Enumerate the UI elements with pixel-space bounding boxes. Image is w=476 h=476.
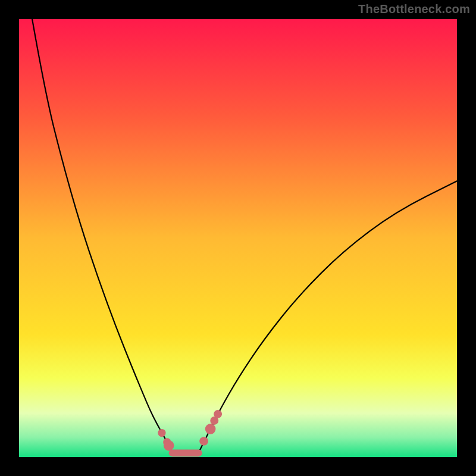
marker-dot — [158, 429, 165, 437]
left-curve — [32, 19, 173, 453]
marker-dot — [205, 424, 216, 434]
marker-dot — [214, 410, 222, 418]
marker-dots — [158, 410, 222, 451]
chart-stage: TheBottleneck.com — [0, 0, 476, 476]
watermark-text: TheBottleneck.com — [358, 2, 470, 16]
marker-dot — [164, 440, 174, 451]
plot-area — [19, 19, 457, 457]
right-curve — [199, 181, 457, 452]
curve-layer — [19, 19, 457, 457]
marker-dot — [199, 437, 208, 446]
